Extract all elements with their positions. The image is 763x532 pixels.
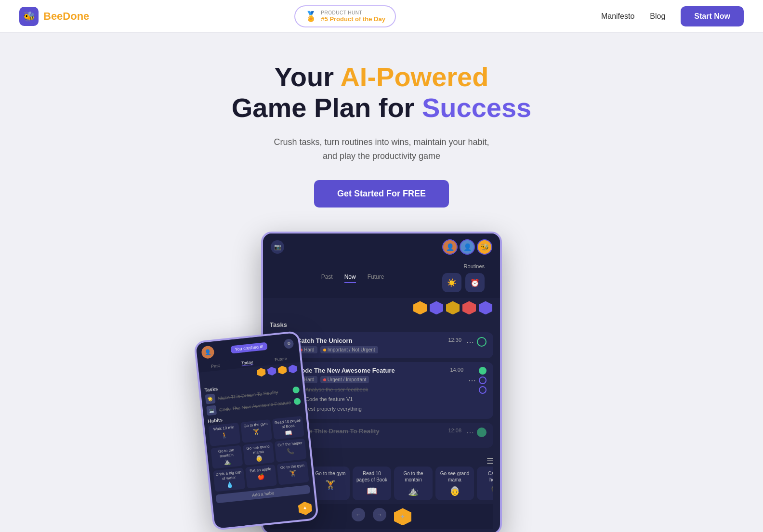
mobile-tab-today[interactable]: Today — [241, 360, 253, 366]
start-now-button[interactable]: Start Now — [681, 6, 744, 26]
subtask-2: Code the feature V1 — [301, 395, 445, 403]
hero-section: Your AI-Powered Game Plan for Success Cr… — [0, 33, 763, 208]
logo-text: BeeDone — [43, 10, 89, 23]
app-mockups: 👤 You crushed it! ⚙ Past Today Future Ta… — [0, 232, 763, 532]
bee-logo-icon: 🐝 — [19, 7, 39, 26]
task-check-2 — [293, 398, 301, 405]
main-badge-1 — [413, 301, 427, 314]
manifesto-link[interactable]: Manifesto — [601, 12, 634, 21]
main-badges-row — [263, 298, 500, 317]
bottom-btn-right[interactable]: → — [373, 508, 386, 521]
subtask-check-3[interactable] — [479, 386, 487, 394]
subtask-check-2[interactable] — [479, 376, 487, 384]
mobile-habits-grid: Walk 10 min 🚶 Go to the gym 🏋️ Read 10 p… — [208, 416, 309, 492]
routine-icon-1: ☀️ — [442, 273, 461, 292]
subtask-1: Analyse the user feedbook — [301, 385, 445, 394]
task-time-1: 12:30 — [448, 337, 461, 343]
main-badge-5 — [479, 301, 492, 314]
medal-icon: 🏅 — [305, 11, 317, 22]
mini-habit-8: Eat an apple 🍎 — [245, 465, 277, 489]
avatar-bee: 🐝 — [477, 239, 492, 255]
camera-icon: 📷 — [271, 240, 284, 254]
task-info-3: Make This Dream To Reality — [297, 428, 443, 435]
main-badge-3 — [446, 301, 460, 314]
task-info-1: Catch The Unicorn Hard Important / Not U… — [297, 337, 443, 353]
mini-habit-1: Walk 10 min 🚶 — [208, 423, 240, 447]
habit-card-4: Go to the montain ⛰️ — [394, 467, 433, 500]
badge-hex-4 — [288, 364, 298, 374]
main-tab-bar: Past Now Future — [271, 270, 434, 287]
task-menu-3[interactable]: ⋯ — [466, 428, 474, 437]
mobile-banner: You crushed it! — [231, 342, 267, 354]
badge-hex-3 — [277, 365, 287, 375]
badge-hex-1 — [257, 367, 266, 377]
hero-subtitle: Crush tasks, turn routines into wins, ma… — [10, 135, 753, 163]
task-actions-2: ⋯ — [468, 367, 487, 394]
subtasks-2: Analyse the user feedbook Code the featu… — [297, 383, 445, 413]
task-menu-2[interactable]: ⋯ — [468, 376, 476, 385]
avatar-1: 👤 — [442, 239, 458, 255]
product-hunt-badge[interactable]: 🏅 PRODUCT HUNT #5 Product of the Day — [294, 5, 396, 27]
hero-title: Your AI-Powered Game Plan for Success — [10, 62, 753, 124]
tasks-label: Tasks — [270, 321, 493, 328]
task-card-1: 🦄 Catch The Unicorn Hard Important / Not… — [270, 332, 493, 358]
logo[interactable]: 🐝 BeeDone — [19, 7, 89, 26]
tag-urgency-2: Urgent / Important — [320, 376, 369, 383]
app-header: 📷 👤 👤 🐝 — [263, 234, 500, 259]
task-title-3: Make This Dream To Reality — [297, 428, 443, 435]
routine-icon-2: ⏰ — [465, 273, 485, 292]
tab-now[interactable]: Now — [344, 273, 356, 283]
main-badge-4 — [462, 301, 476, 314]
task-info-2: Code The New Awesome Feature Hard Urgent… — [297, 367, 445, 414]
habit-card-3: Read 10 pages of Book 📖 — [353, 467, 391, 500]
mobile-app-mockup: 👤 You crushed it! ⚙ Past Today Future Ta… — [194, 330, 319, 530]
mini-habit-3: Read 10 pages of Book 📖 — [272, 416, 304, 440]
task-complete-1[interactable] — [477, 337, 487, 347]
task-icon-1: 🌟 — [205, 393, 216, 404]
task-tags-1: Hard Important / Not Urgent — [297, 346, 443, 353]
main-badge-2 — [430, 301, 443, 314]
mini-habit-7: Drink a big cup of water 💧 — [213, 467, 245, 492]
habit-card-5: Go see grand mama 👵 — [435, 467, 474, 500]
mini-habit-4: Go to the montain ⛰️ — [210, 445, 243, 469]
routines-icons: ☀️ ⏰ — [434, 271, 492, 296]
task-menu-1[interactable]: ⋯ — [466, 337, 474, 347]
blog-link[interactable]: Blog — [650, 12, 665, 21]
avatars-row: 👤 👤 🐝 — [442, 239, 492, 255]
task-title-2: Code The New Awesome Feature — [297, 367, 445, 374]
routines-label: Routines — [456, 260, 492, 269]
mobile-tab-past[interactable]: Past — [211, 363, 220, 369]
ph-label: PRODUCT HUNT — [321, 10, 385, 15]
task-check-1 — [292, 386, 300, 393]
bottom-btn-left[interactable]: ← — [352, 508, 365, 521]
task-title-1: Catch The Unicorn — [297, 337, 443, 344]
task-actions-1: ⋯ — [466, 337, 487, 347]
bottom-gold-hex[interactable]: ✦ — [394, 508, 411, 525]
mobile-tab-future[interactable]: Future — [275, 356, 288, 363]
task-time-3: 12:08 — [448, 428, 461, 433]
mini-habit-2: Go to the gym 🏋️ — [240, 419, 273, 443]
task-time-2: 14:00 — [450, 367, 463, 373]
task-complete-3[interactable] — [477, 428, 487, 437]
mobile-settings-icon: ⚙ — [284, 338, 294, 349]
habit-card-2: Go to the gym 🏋️ — [311, 467, 350, 500]
mini-habit-9: Go to the gym 🏋️ — [277, 461, 309, 485]
get-started-button[interactable]: Get Started For FREE — [314, 180, 449, 208]
gold-hex-icon: ✦ — [298, 501, 313, 516]
tab-future[interactable]: Future — [368, 273, 384, 283]
ph-rank: #5 Product of the Day — [321, 15, 385, 23]
tab-past[interactable]: Past — [321, 273, 333, 283]
mini-habit-5: Go see grand mama 👵 — [243, 442, 275, 466]
task-icon-2: 💻 — [206, 405, 217, 415]
badge-hex-2 — [267, 366, 276, 376]
mobile-body: Tasks 🌟 Make This Dream To Reality 💻 Cod… — [200, 374, 315, 509]
subtask-check-1[interactable] — [479, 367, 487, 375]
task-tags-2: Hard Urgent / Important — [297, 376, 445, 383]
habits-menu[interactable]: ☰ — [487, 456, 493, 466]
task-actions-3: ⋯ — [466, 428, 487, 437]
mobile-avatar: 👤 — [201, 345, 215, 359]
mini-habit-6: Call the helper 📞 — [275, 439, 307, 463]
subtask-3: Test properly everything — [301, 404, 445, 413]
avatar-2: 👤 — [460, 239, 475, 255]
nav-links: Manifesto Blog Start Now — [601, 6, 744, 26]
